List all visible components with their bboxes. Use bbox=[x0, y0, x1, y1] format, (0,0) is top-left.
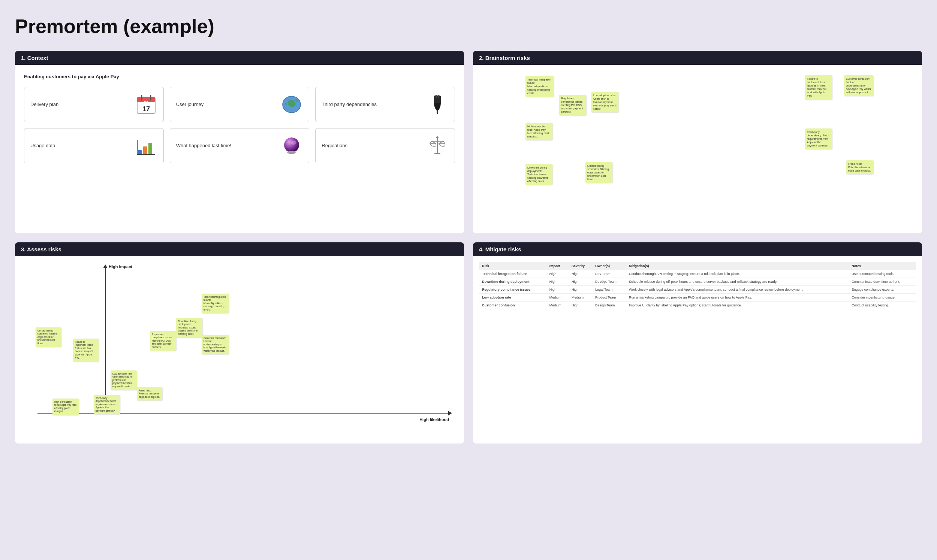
brainstorm-panel: 2. Brainstorm risks Technical integratio… bbox=[473, 51, 922, 233]
sticky-high-txn: High transaction fees: Apple Pay fees af… bbox=[526, 123, 552, 140]
sticky-third-party: Third-party dependency: Strict requireme… bbox=[805, 128, 832, 149]
cell-mitigations: Improve UI clarity by labeling Apple Pay… bbox=[626, 302, 849, 309]
risk-table: Risk Impact Severity Owner(s) Mitigation… bbox=[479, 262, 916, 309]
svg-rect-16 bbox=[148, 143, 152, 155]
cell-mitigations: Conduct thorough API testing in staging;… bbox=[626, 270, 849, 278]
col-owners: Owner(s) bbox=[592, 262, 626, 270]
assess-sticky-third-party: Third-party dependency: Strict requireme… bbox=[94, 395, 120, 414]
context-card-history: What happened last time! bbox=[170, 128, 310, 163]
x-axis-label: High likelihood bbox=[419, 417, 449, 422]
third-party-label: Third party dependencies bbox=[322, 101, 426, 108]
svg-rect-10 bbox=[434, 95, 441, 104]
cell-impact: Medium bbox=[547, 302, 569, 309]
third-party-icon bbox=[426, 93, 448, 116]
brainstorm-body: Technical integration failure: Misconfig… bbox=[473, 65, 922, 233]
assess-sticky-low-adoption: Low adoption rate: Use cases may not pre… bbox=[111, 371, 137, 390]
assess-header: 3. Assess risks bbox=[15, 242, 464, 256]
svg-rect-11 bbox=[436, 95, 437, 98]
col-impact: Impact bbox=[547, 262, 569, 270]
context-card-delivery: Delivery plan 17 JUL bbox=[24, 87, 164, 122]
svg-text:17: 17 bbox=[142, 105, 150, 113]
cell-risk: Technical integration failure bbox=[479, 270, 547, 278]
col-risk: Risk bbox=[479, 262, 547, 270]
cell-impact: High bbox=[547, 278, 569, 286]
context-card-journey: User journey bbox=[170, 87, 310, 122]
svg-point-19 bbox=[284, 137, 299, 152]
cell-severity: High bbox=[569, 270, 592, 278]
user-journey-label: User journey bbox=[176, 101, 281, 108]
cell-severity: High bbox=[569, 278, 592, 286]
main-grid: 1. Context Enabling customers to pay via… bbox=[15, 51, 922, 443]
assess-panel: 3. Assess risks High impact High likelih… bbox=[15, 242, 464, 443]
sticky-customer-confusion: Customer confusion: Lack of understandin… bbox=[844, 75, 873, 96]
cell-notes: Engage compliance experts. bbox=[849, 286, 916, 294]
regulations-icon bbox=[426, 134, 448, 157]
assess-sticky-confusion: Customer confusion: Lack of understandin… bbox=[202, 335, 229, 354]
assess-sticky-regulatory: Regulatory compliance issues meeting PCI… bbox=[150, 331, 176, 351]
cell-impact: Medium bbox=[547, 294, 569, 302]
context-card-regulations: Regulations bbox=[315, 128, 455, 163]
cell-owners: Dev Team bbox=[592, 270, 626, 278]
table-header-row: Risk Impact Severity Owner(s) Mitigation… bbox=[479, 262, 916, 270]
svg-rect-15 bbox=[143, 146, 147, 155]
assess-body: High impact High likelihood Limited test… bbox=[15, 256, 464, 443]
sticky-limited-testing: Limited testing scenarios: Missing edge … bbox=[586, 162, 612, 183]
sticky-regulatory: Regulatory compliance issues meeting PCI… bbox=[559, 95, 586, 115]
svg-point-25 bbox=[436, 136, 439, 138]
assess-sticky-downtime: Downtime during deployment: Technical is… bbox=[176, 318, 202, 337]
sticky-downtime: Downtime during deployment: Technical is… bbox=[526, 164, 552, 185]
col-mitigations: Mitigation(s) bbox=[626, 262, 849, 270]
cell-severity: Medium bbox=[569, 294, 592, 302]
cell-mitigations: Run a marketing campaign; provide an FAQ… bbox=[626, 294, 849, 302]
context-card-dependencies: Third party dependencies bbox=[315, 87, 455, 122]
svg-line-29 bbox=[443, 141, 445, 143]
cell-notes: Communicate downtime upfront. bbox=[849, 278, 916, 286]
cell-notes: Conduct usability testing. bbox=[849, 302, 916, 309]
brainstorm-header: 2. Brainstorm risks bbox=[473, 51, 922, 65]
cell-owners: Design Team bbox=[592, 302, 626, 309]
usage-data-icon bbox=[135, 134, 157, 157]
cell-mitigations: Schedule release during off-peak hours a… bbox=[626, 278, 849, 286]
cell-impact: High bbox=[547, 270, 569, 278]
sticky-tech-failure: Technical integration failure: Misconfig… bbox=[526, 76, 553, 97]
usage-data-label: Usage data bbox=[30, 142, 135, 149]
history-icon bbox=[280, 134, 303, 157]
cell-risk: Low adoption rate bbox=[479, 294, 547, 302]
sticky-low-adoption: Low adoption rates: Users stick to famil… bbox=[592, 92, 618, 112]
svg-rect-22 bbox=[289, 152, 294, 154]
svg-text:JUL: JUL bbox=[143, 100, 149, 104]
mitigate-body: Risk Impact Severity Owner(s) Mitigation… bbox=[473, 256, 922, 315]
mitigate-panel: 4. Mitigate risks Risk Impact Severity O… bbox=[473, 242, 922, 443]
sticky-fraud: Fraud risks: Potential misuse or edge-ca… bbox=[846, 160, 873, 174]
cell-owners: Product Team bbox=[592, 294, 626, 302]
cell-owners: Legal Team bbox=[592, 286, 626, 294]
cell-impact: High bbox=[547, 286, 569, 294]
table-row: Customer confusionMediumHighDesign TeamI… bbox=[479, 302, 916, 309]
table-row: Low adoption rateMediumMediumProduct Tea… bbox=[479, 294, 916, 302]
history-label: What happened last time! bbox=[176, 142, 281, 149]
cell-notes: Consider incentivizing usage. bbox=[849, 294, 916, 302]
col-notes: Notes bbox=[849, 262, 916, 270]
context-cards-grid: Delivery plan 17 JUL bbox=[24, 87, 455, 163]
svg-rect-14 bbox=[138, 150, 142, 155]
cell-severity: High bbox=[569, 302, 592, 309]
svg-line-26 bbox=[430, 141, 432, 143]
page-title: Premortem (example) bbox=[15, 15, 922, 37]
cell-mitigations: Work closely with legal advisors and App… bbox=[626, 286, 849, 294]
svg-rect-13 bbox=[437, 111, 438, 114]
svg-rect-12 bbox=[438, 95, 439, 98]
context-body: Enabling customers to pay via Apple Pay … bbox=[15, 65, 464, 172]
context-subtitle: Enabling customers to pay via Apple Pay bbox=[24, 74, 455, 79]
y-axis bbox=[105, 268, 106, 414]
cell-risk: Regulatory compliance issues bbox=[479, 286, 547, 294]
assess-sticky-tech-failure: Technical integration failure: Misconfig… bbox=[202, 294, 229, 313]
sticky-failure-implement: Failure to implement these features in t… bbox=[805, 75, 832, 100]
regulations-label: Regulations bbox=[322, 142, 426, 149]
assess-sticky-limited-testing: Limited testing scenarios: Missing edge … bbox=[35, 328, 61, 347]
cell-risk: Downtime during deployment bbox=[479, 278, 547, 286]
cell-severity: High bbox=[569, 286, 592, 294]
assess-sticky-txn-fees: High transaction fees: Apple Pay fees af… bbox=[52, 398, 79, 415]
assess-sticky-failure-implement: Failure to implement these features in t… bbox=[73, 338, 99, 362]
assess-sticky-fraud: Fraud risks: Potential misuse or edge-ca… bbox=[137, 387, 162, 400]
table-row: Technical integration failureHighHighDev… bbox=[479, 270, 916, 278]
